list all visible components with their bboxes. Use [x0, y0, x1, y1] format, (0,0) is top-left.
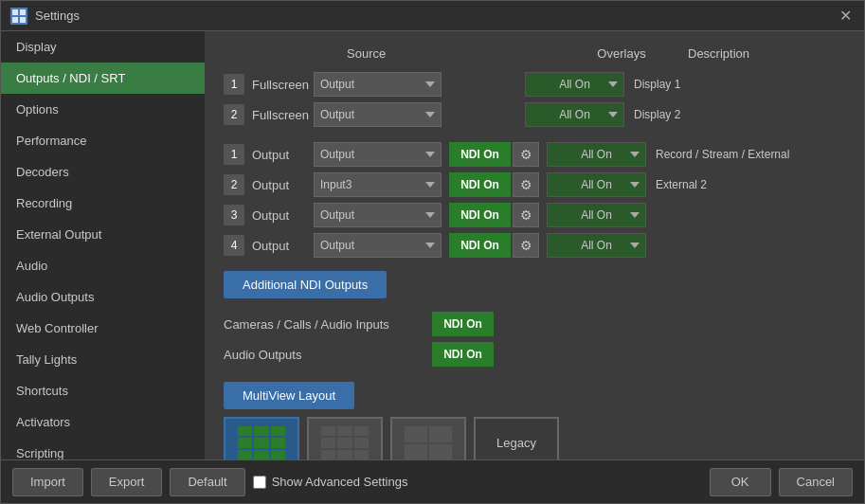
camera-label: Cameras / Calls / Audio Inputs	[224, 317, 432, 332]
output-source-select-3[interactable]: Output	[314, 203, 442, 227]
output-gear-button-3[interactable]: ⚙	[513, 203, 539, 227]
bottom-right-buttons: OK Cancel	[710, 468, 853, 496]
main-content: DisplayOutputs / NDI / SRTOptionsPerform…	[1, 31, 864, 459]
audio-output-ndi-button[interactable]: NDI On	[432, 342, 494, 367]
output-row-2: 2 Output Input3 NDI On ⚙ All On External…	[224, 172, 845, 197]
svg-rect-1	[20, 9, 26, 15]
layout-option-2x2[interactable]	[390, 417, 466, 459]
output-desc-2: External 2	[656, 178, 707, 191]
sidebar-item-audio-outputs[interactable]: Audio Outputs	[1, 281, 205, 313]
additional-ndi-button[interactable]: Additional NDI Outputs	[224, 271, 387, 298]
output-source-select-1[interactable]: Output	[314, 142, 442, 167]
fullscreen-source-select-2[interactable]: Output	[314, 102, 442, 127]
legacy-label: Legacy	[496, 436, 536, 450]
sidebar-item-outputs-ndi-srt[interactable]: Outputs / NDI / SRT	[1, 63, 205, 94]
output-gear-button-2[interactable]: ⚙	[513, 172, 539, 197]
header-overlays: Overlays	[565, 46, 678, 61]
layout-option-legacy[interactable]: Legacy	[474, 417, 559, 459]
show-advanced-container: Show Advanced Settings	[253, 475, 408, 489]
sidebar-item-display[interactable]: Display	[1, 31, 205, 63]
output-desc-1: Record / Stream / External	[656, 148, 789, 161]
camera-row: Cameras / Calls / Audio Inputs NDI On	[224, 312, 845, 336]
ok-button[interactable]: OK	[710, 468, 771, 496]
output-ndi-button-1[interactable]: NDI On	[449, 142, 511, 167]
fullscreen-label-2: Fullscreen	[252, 108, 314, 122]
title-bar: Settings ✕	[1, 1, 864, 31]
svg-rect-2	[12, 17, 18, 23]
output-overlay-select-3[interactable]: All On	[547, 203, 646, 227]
output-row-number-3: 3	[224, 205, 244, 225]
output-label-2: Output	[252, 178, 314, 192]
fullscreen-row-1: 1 Fullscreen Output All On Display 1	[224, 72, 845, 97]
sidebar-item-audio[interactable]: Audio	[1, 250, 205, 281]
default-button[interactable]: Default	[170, 468, 244, 496]
output-label-3: Output	[252, 208, 314, 223]
output-gear-button-4[interactable]: ⚙	[513, 233, 539, 258]
sidebar-item-shortcuts[interactable]: Shortcuts	[1, 375, 205, 406]
output-label-4: Output	[252, 239, 314, 253]
sidebar-item-decoders[interactable]: Decoders	[1, 156, 205, 188]
panel-headers: Source Overlays Description	[224, 46, 845, 61]
output-rows: 1 Output Output NDI On ⚙ All On Record /…	[224, 142, 845, 258]
sidebar-item-web-controller[interactable]: Web Controller	[1, 313, 205, 344]
layout-options: Legacy	[224, 417, 845, 459]
output-ndi-button-2[interactable]: NDI On	[449, 172, 511, 197]
sidebar-item-tally-lights[interactable]: Tally Lights	[1, 344, 205, 375]
audio-output-label: Audio Outputs	[224, 348, 432, 362]
fullscreen-desc-1: Display 1	[634, 78, 680, 91]
output-row-number-4: 4	[224, 235, 244, 256]
output-source-select-4[interactable]: Output	[314, 233, 442, 258]
fullscreen-overlay-select-1[interactable]: All On	[525, 72, 624, 97]
output-ndi-button-4[interactable]: NDI On	[449, 233, 511, 258]
sidebar-item-options[interactable]: Options	[1, 94, 205, 125]
show-advanced-checkbox[interactable]	[253, 476, 266, 489]
output-overlay-select-4[interactable]: All On	[547, 233, 646, 258]
settings-modal: Settings ✕ DisplayOutputs / NDI / SRTOpt…	[0, 0, 865, 504]
bottom-bar: Import Export Default Show Advanced Sett…	[1, 459, 864, 503]
output-row-number-1: 1	[224, 144, 244, 165]
output-ndi-button-3[interactable]: NDI On	[449, 203, 511, 227]
output-row-3: 3 Output Output NDI On ⚙ All On	[224, 203, 845, 227]
output-row-number-2: 2	[224, 174, 244, 195]
output-row-1: 1 Output Output NDI On ⚙ All On Record /…	[224, 142, 845, 167]
sidebar-item-performance[interactable]: Performance	[1, 125, 205, 156]
import-button[interactable]: Import	[12, 468, 83, 496]
sidebar-item-external-output[interactable]: External Output	[1, 219, 205, 250]
svg-rect-0	[12, 9, 18, 15]
fullscreen-overlay-select-2[interactable]: All On	[525, 102, 624, 127]
fullscreen-desc-2: Display 2	[634, 108, 680, 121]
sidebar-item-activators[interactable]: Activators	[1, 406, 205, 438]
output-overlay-select-2[interactable]: All On	[547, 172, 646, 197]
row-number-2: 2	[224, 104, 244, 125]
sidebar: DisplayOutputs / NDI / SRTOptionsPerform…	[1, 31, 205, 459]
title-text: Settings	[35, 9, 80, 23]
fullscreen-row-2: 2 Fullscreen Output All On Display 2	[224, 102, 845, 127]
output-overlay-select-1[interactable]: All On	[547, 142, 646, 167]
export-button[interactable]: Export	[91, 468, 163, 496]
svg-rect-3	[20, 17, 26, 23]
cancel-button[interactable]: Cancel	[779, 468, 853, 496]
multiview-layout-button[interactable]: MultiView Layout	[224, 382, 354, 409]
panel: Source Overlays Description 1 Fullscreen…	[205, 31, 864, 459]
audio-output-row: Audio Outputs NDI On	[224, 342, 845, 367]
sidebar-item-recording[interactable]: Recording	[1, 188, 205, 219]
output-source-select-2[interactable]: Input3	[314, 172, 442, 197]
fullscreen-label-1: Fullscreen	[252, 78, 314, 92]
show-advanced-label: Show Advanced Settings	[272, 475, 408, 489]
close-button[interactable]: ✕	[836, 7, 855, 26]
output-gear-button-1[interactable]: ⚙	[513, 142, 539, 167]
row-number-1: 1	[224, 74, 244, 95]
app-icon	[10, 8, 27, 25]
layout-option-3x3[interactable]	[224, 417, 299, 459]
output-label-1: Output	[252, 148, 314, 162]
header-description: Description	[688, 46, 749, 61]
layout-option-3x2[interactable]	[307, 417, 383, 459]
camera-ndi-button[interactable]: NDI On	[432, 312, 494, 336]
sidebar-item-scripting[interactable]: Scripting	[1, 438, 205, 459]
fullscreen-rows: 1 Fullscreen Output All On Display 1 2 F…	[224, 72, 845, 127]
header-source: Source	[347, 46, 489, 61]
fullscreen-source-select-1[interactable]: Output	[314, 72, 442, 97]
output-row-4: 4 Output Output NDI On ⚙ All On	[224, 233, 845, 258]
